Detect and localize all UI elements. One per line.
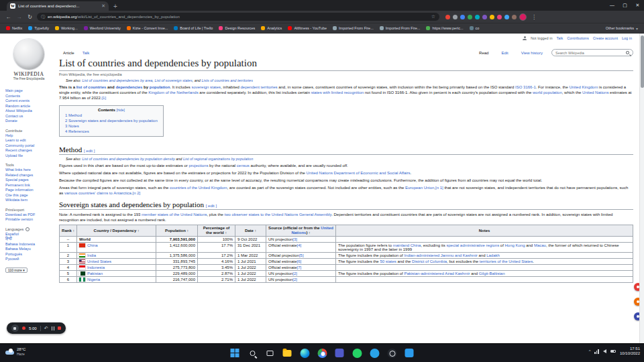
sidebar-language[interactable]: Português [5,252,56,257]
whatsapp-icon[interactable] [352,347,363,359]
col-percentage[interactable]: Percentage of the world ↕ [198,225,235,237]
network-signal-icon[interactable] [594,349,599,354]
sidebar-language[interactable]: Español [5,232,56,237]
bookmark-item[interactable]: Design Resources [219,26,255,30]
sidebar-item-cite-this-page[interactable]: Cite this page [5,193,56,198]
battery-icon[interactable] [610,350,616,353]
extension-icon[interactable] [445,15,450,19]
extension-icon[interactable] [460,15,465,19]
sidebar-item-contact[interactable]: Contact us [5,114,56,119]
country-link[interactable]: Indonesia [87,265,105,269]
bookmark-folder[interactable]: Imported From Fire... [380,26,421,30]
sidebar-language[interactable]: हिन्दी [5,237,56,242]
wiki-search-box[interactable] [551,49,633,56]
bookmark-item[interactable]: Working... [55,26,78,30]
tray-chevron-icon[interactable]: ^ [589,349,591,353]
other-bookmarks-button[interactable]: Other bookmarks▾ [606,26,638,31]
tab-view-history[interactable]: View history [517,50,547,56]
tab-close-icon[interactable]: ✕ [101,3,105,9]
personal-link-login[interactable]: Log in [622,36,632,40]
sidebar-item-about[interactable]: About Wikipedia [5,109,56,114]
toc-item-references[interactable]: 4 References [65,129,158,134]
toc-hide-toggle[interactable]: [hide] [117,108,125,112]
browser-tab[interactable]: W List of countries and dependenci... ✕ [7,1,109,11]
sidebar-language[interactable]: Русский [5,257,56,262]
toc-item-sovereign-states[interactable]: 2 Sovereign states and dependencies by p… [65,118,158,123]
page-scrollbar[interactable] [639,34,644,343]
task-view-icon[interactable] [264,347,276,359]
country-link[interactable]: Pakistan [87,272,103,276]
vscode-icon[interactable] [404,347,415,359]
sidebar-item-random-article[interactable]: Random article [5,104,56,109]
minimize-icon[interactable]: — [606,0,619,11]
edit-link[interactable]: [ edit ] [84,149,95,153]
chrome-icon[interactable] [317,347,328,359]
toc-item-method[interactable]: 1 Method [65,113,158,118]
bookmark-item[interactable]: Analytics [261,26,282,30]
sidebar-item-help[interactable]: Help [5,133,56,139]
sidebar-item-what-links-here[interactable]: What links here [5,168,56,173]
col-population[interactable]: Population ↕ [156,225,198,237]
scrollbar-thumb[interactable] [641,36,644,88]
sidebar-item-recent-changes[interactable]: Recent changes [5,148,56,154]
bookmark-star-icon[interactable]: ☆ [431,14,435,19]
personal-link-create-account[interactable]: Create account [593,36,618,40]
volume-icon[interactable] [603,349,606,353]
tab-article[interactable]: Article [59,50,78,56]
bookmark-item[interactable]: Netflix [6,26,22,30]
bookmark-folder[interactable]: Imported From Fire... [333,26,374,30]
close-icon[interactable]: ✕ [631,0,644,11]
country-link[interactable]: Nigeria [87,278,100,282]
sidebar-item-wikidata-item[interactable]: Wikidata item [5,198,56,203]
country-link[interactable]: China [87,243,98,247]
tab-edit[interactable]: Edit [497,50,512,56]
weather-widget[interactable]: 28°C Haze [5,347,25,356]
col-rank[interactable]: Rank ↕ [60,225,77,237]
sidebar-language[interactable]: Bahasa Indonesia [5,242,56,247]
sidebar-item-printable-version[interactable]: Printable version [5,217,56,223]
bookmark-item[interactable]: https://www.peric... [426,26,463,30]
extension-icon[interactable] [490,15,494,19]
bookmark-item[interactable]: co [470,26,480,30]
stop-recording-icon[interactable] [58,326,61,330]
edit-link[interactable]: [ edit ] [206,204,217,208]
webcam-icon[interactable] [11,324,19,332]
bookmark-item[interactable]: Typefully [28,26,49,30]
toc-item-notes[interactable]: 3 Notes [65,123,158,129]
forward-icon[interactable]: → [15,14,23,20]
bookmark-item[interactable]: Kizie - Convert Inve... [127,26,168,30]
obs-icon[interactable] [386,347,398,359]
sidebar-item-download-pdf[interactable]: Download as PDF [5,213,56,218]
bookmark-item[interactable]: Board of Life | Trello [174,26,213,30]
sidebar-item-permanent-link[interactable]: Permanent link [5,183,56,188]
sidebar-item-special-pages[interactable]: Special pages [5,178,56,183]
search-input[interactable] [555,51,624,55]
sidebar-item-contents[interactable]: Contents [5,94,56,99]
tab-talk[interactable]: Talk [78,50,94,56]
more-languages-button[interactable]: 110 more ▾ [5,267,28,273]
search-icon[interactable] [626,51,629,54]
col-source[interactable]: Source (official or from the United Nati… [266,225,336,237]
extension-icon[interactable] [468,15,472,19]
sidebar-item-main-page[interactable]: Main page [5,88,56,94]
country-link[interactable]: United States [87,259,111,263]
screen-recorder-toolbar[interactable]: 5:00 ↶ [7,322,66,334]
edge-icon[interactable] [299,347,311,359]
sidebar-item-current-events[interactable]: Current events [5,99,56,104]
sidebar-item-related-changes[interactable]: Related changes [5,173,56,178]
extension-icon[interactable] [512,15,517,19]
maximize-icon[interactable]: ▢ [619,0,631,11]
extension-icon[interactable] [482,15,487,19]
col-date[interactable]: Date ↕ [235,225,266,237]
sidebar-item-page-information[interactable]: Page information [5,188,56,193]
extension-icon[interactable] [475,15,480,19]
taskbar-search-icon[interactable] [247,347,258,359]
file-explorer-icon[interactable] [282,347,293,359]
extension-icon[interactable] [504,15,509,19]
sidebar-item-donate[interactable]: Donate [5,119,56,124]
personal-link-talk[interactable]: Talk [556,36,563,40]
wikipedia-logo[interactable]: WIKIPEDIA The Free Encyclopedia [5,39,52,80]
back-icon[interactable]: ← [5,14,12,20]
start-button[interactable] [229,347,241,359]
site-info-icon[interactable]: ⓘ [41,14,45,20]
